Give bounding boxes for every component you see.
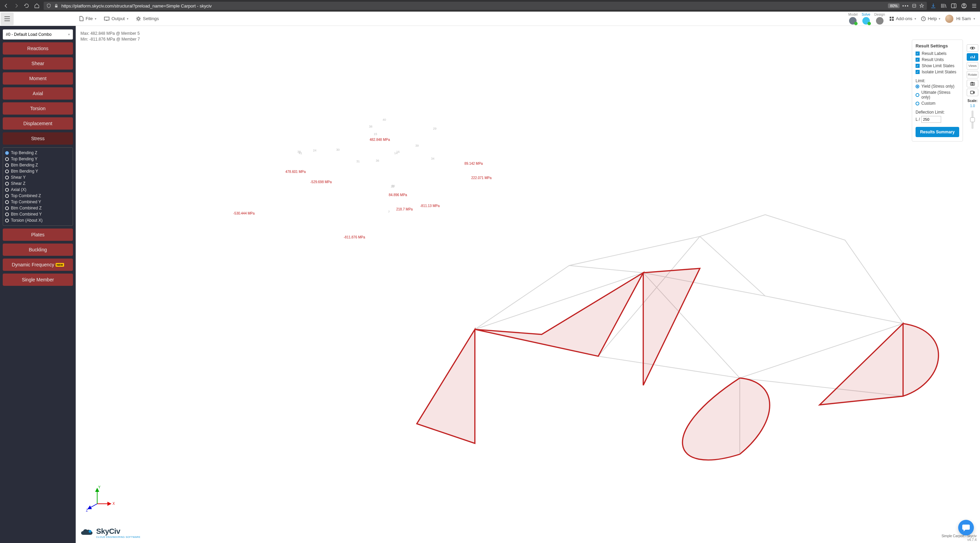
results-summary-button[interactable]: Results Summary bbox=[916, 127, 959, 137]
svg-text:X: X bbox=[113, 502, 115, 505]
url-text: https://platform.skyciv.com/structural?p… bbox=[61, 3, 212, 8]
stress-option[interactable]: Shear Z bbox=[5, 180, 71, 186]
result-check[interactable]: ✓Result Labels bbox=[916, 51, 959, 57]
forward-icon[interactable] bbox=[13, 2, 20, 9]
stress-option[interactable]: Btm Bending Z bbox=[5, 162, 71, 168]
result-check[interactable]: ✓Result Units bbox=[916, 57, 959, 63]
output-menu[interactable]: Output▾ bbox=[104, 16, 129, 21]
member-label: 24 bbox=[313, 149, 317, 152]
structural-diagram bbox=[76, 26, 980, 543]
svg-point-4 bbox=[963, 5, 965, 6]
account-icon[interactable] bbox=[961, 3, 967, 9]
member-label: 38 bbox=[369, 125, 372, 128]
result-reactions[interactable]: Reactions bbox=[3, 42, 73, 54]
result-displacement[interactable]: Displacement bbox=[3, 117, 73, 130]
limit-label: Limit: bbox=[916, 78, 959, 83]
stress-option[interactable]: Btm Combined Y bbox=[5, 211, 71, 217]
hamburger-icon[interactable] bbox=[1, 12, 14, 25]
result-shear[interactable]: Shear bbox=[3, 57, 73, 70]
reader-icon[interactable] bbox=[912, 3, 916, 8]
stress-option[interactable]: Top Combined Z bbox=[5, 193, 71, 199]
stress-option[interactable]: Torsion (About X) bbox=[5, 217, 71, 223]
help-menu[interactable]: ? Help▾ bbox=[921, 16, 941, 21]
mode-design[interactable]: Design bbox=[874, 13, 885, 25]
back-icon[interactable] bbox=[3, 2, 10, 9]
user-menu[interactable]: Hi Sam ▾ bbox=[945, 15, 975, 23]
reload-icon[interactable] bbox=[23, 2, 30, 9]
stress-option[interactable]: Top Bending Z bbox=[5, 150, 71, 156]
stress-option[interactable]: Top Combined Y bbox=[5, 199, 71, 205]
svg-text:Z: Z bbox=[86, 508, 88, 512]
result-moment[interactable]: Moment bbox=[3, 72, 73, 84]
result-dynamic-frequency[interactable]: Dynamic FrequencyNEW bbox=[3, 258, 73, 271]
load-combo-select[interactable]: #0 - Default Load Combo ▾ bbox=[3, 29, 73, 40]
chat-button[interactable] bbox=[958, 520, 974, 535]
svg-point-19 bbox=[89, 530, 91, 533]
menu-icon[interactable] bbox=[971, 3, 977, 9]
settings-menu[interactable]: Settings bbox=[136, 16, 159, 21]
views-button[interactable]: Views bbox=[967, 62, 978, 70]
svg-text:Y: Y bbox=[98, 486, 100, 489]
stress-annotation: -811.876 MPa bbox=[344, 235, 365, 239]
svg-point-20 bbox=[972, 48, 973, 49]
svg-rect-2 bbox=[951, 4, 956, 8]
rotate-button[interactable]: Rotate bbox=[967, 71, 978, 78]
limit-option[interactable]: Custom bbox=[916, 100, 959, 107]
home-icon[interactable] bbox=[33, 2, 40, 9]
svg-rect-5 bbox=[104, 17, 109, 20]
mode-solve[interactable]: Solve bbox=[862, 13, 870, 25]
footer-info: Simple Carport - skyciv v4.7.4 bbox=[942, 534, 977, 541]
download-icon[interactable] bbox=[930, 3, 936, 9]
browser-toolbar: https://platform.skyciv.com/structural?p… bbox=[0, 0, 980, 11]
visibility-button[interactable] bbox=[967, 45, 978, 52]
svg-text:?: ? bbox=[923, 17, 924, 21]
addons-menu[interactable]: Add-ons▾ bbox=[889, 16, 916, 21]
stress-annotation: 84.896 MPa bbox=[389, 193, 407, 197]
result-single-member[interactable]: Single Member bbox=[3, 274, 73, 286]
sidebar-icon[interactable] bbox=[951, 3, 957, 9]
library-icon[interactable] bbox=[940, 3, 947, 9]
member-label: 41 bbox=[299, 151, 302, 155]
stress-option[interactable]: Btm Bending Y bbox=[5, 168, 71, 174]
chevron-down-icon: ▾ bbox=[68, 33, 70, 36]
monitor-icon bbox=[104, 17, 110, 21]
result-buckling[interactable]: Buckling bbox=[3, 244, 73, 256]
chevron-down-icon: ▾ bbox=[915, 17, 916, 21]
member-label: 31 bbox=[356, 159, 360, 163]
stress-option[interactable]: Shear Y bbox=[5, 174, 71, 180]
camera-button[interactable] bbox=[967, 80, 978, 87]
svg-rect-10 bbox=[892, 19, 894, 21]
result-plates[interactable]: Plates bbox=[3, 229, 73, 241]
bookmark-icon[interactable] bbox=[919, 3, 924, 8]
url-bar[interactable]: https://platform.skyciv.com/structural?p… bbox=[44, 2, 927, 10]
scale-slider[interactable] bbox=[972, 110, 974, 129]
chevron-down-icon: ▾ bbox=[127, 17, 129, 21]
results-view-button[interactable] bbox=[967, 53, 978, 61]
app-toolbar: File▾ Output▾ Settings Model Solve Desig… bbox=[0, 11, 980, 26]
stress-annotation: 222.071 MPa bbox=[471, 176, 492, 180]
member-label: 39 bbox=[415, 144, 419, 147]
stress-option[interactable]: Btm Combined Z bbox=[5, 205, 71, 211]
lock-icon bbox=[54, 3, 59, 8]
axes-indicator: X Y Z bbox=[85, 485, 116, 512]
svg-rect-8 bbox=[892, 17, 894, 18]
deflection-input[interactable] bbox=[921, 116, 941, 123]
file-icon bbox=[79, 16, 84, 21]
stress-option[interactable]: Axial (X) bbox=[5, 186, 71, 193]
zoom-level[interactable]: 80% bbox=[888, 3, 899, 8]
mode-model[interactable]: Model bbox=[848, 13, 858, 25]
result-stress[interactable]: Stress bbox=[3, 132, 73, 145]
record-button[interactable] bbox=[967, 89, 978, 96]
result-check[interactable]: ✓Isolate Limit States bbox=[916, 69, 959, 75]
result-check[interactable]: ✓Show Limit States bbox=[916, 63, 959, 69]
result-axial[interactable]: Axial bbox=[3, 87, 73, 100]
svg-rect-23 bbox=[972, 82, 972, 83]
limit-option[interactable]: Ultimate (Stress only) bbox=[916, 89, 959, 100]
svg-rect-7 bbox=[889, 17, 891, 18]
stress-option[interactable]: Top Bending Y bbox=[5, 156, 71, 162]
viewport[interactable]: Max: 482.848 MPa @ Member 5 Min: -811.87… bbox=[76, 26, 980, 543]
scale-label: Scale: bbox=[967, 99, 977, 103]
result-torsion[interactable]: Torsion bbox=[3, 102, 73, 115]
limit-option[interactable]: Yield (Stress only) bbox=[916, 83, 959, 89]
file-menu[interactable]: File▾ bbox=[79, 16, 97, 21]
